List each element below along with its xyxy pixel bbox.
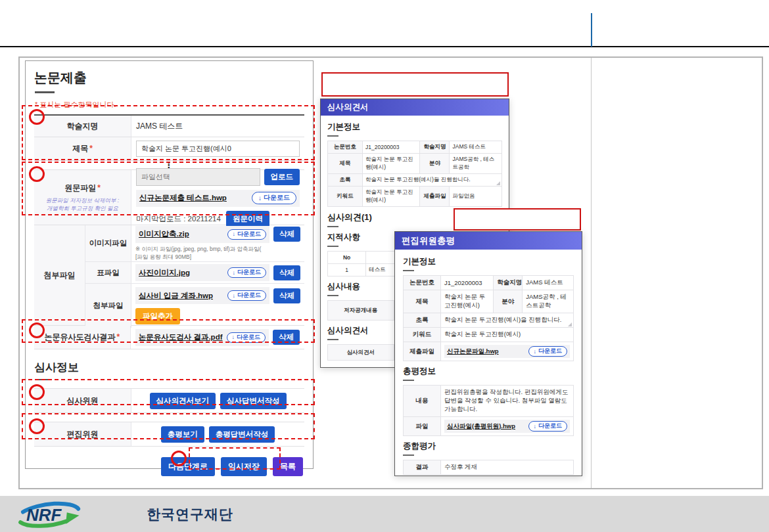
- delete-button[interactable]: 삭제: [273, 227, 300, 242]
- download-arrow-icon: ↓: [534, 348, 537, 355]
- download-button[interactable]: ↓다운로드: [227, 332, 266, 343]
- download-arrow-icon: ↓: [232, 334, 235, 340]
- image-file-strip: 이미지압축.zip ↓다운로드: [135, 226, 269, 243]
- image-file-link[interactable]: 이미지압축.zip: [139, 229, 189, 239]
- download-button[interactable]: ↓다운로드: [227, 267, 267, 278]
- basic-info-table: 논문번호 J1_20200003 학술지명 JAMS 테스트 제목 학술지 논문…: [327, 141, 502, 207]
- journal-name-value: JAMS 테스트: [131, 116, 304, 137]
- annotation-circle-4: [29, 384, 45, 400]
- resize-handle-icon[interactable]: [568, 322, 572, 326]
- overall-eval-title: 종합평가: [403, 441, 574, 452]
- paper-no-label: 논문번호: [328, 141, 363, 154]
- download-button[interactable]: ↓다운로드: [528, 346, 568, 357]
- field-label: 분야: [420, 154, 450, 174]
- table-file-row: 표파일 사진이미지.jpg ↓다운로드 삭제: [85, 262, 304, 284]
- editor-label: 편집위원: [34, 422, 131, 446]
- add-file-button[interactable]: 파일추가: [135, 308, 180, 324]
- list-button[interactable]: 목록: [273, 457, 303, 476]
- image-note-line2: [파일 용량 최대 90MB]: [135, 254, 191, 260]
- original-file-link[interactable]: 신규논문제출 테스트.hwp: [139, 193, 227, 203]
- resize-handle-icon[interactable]: [496, 181, 500, 185]
- review-report-label: 심사의견서: [328, 345, 394, 361]
- summary-content-label: 내용: [404, 386, 441, 417]
- download-label: 다운로드: [538, 422, 562, 430]
- upload-button[interactable]: 업로드: [264, 169, 300, 185]
- download-label: 다운로드: [237, 230, 261, 238]
- reviewer-row: 심사위원 심사의견서보기 심사답변서작성: [34, 388, 304, 413]
- paper-no-label: 논문번호: [404, 276, 441, 290]
- next-step-button[interactable]: 다음단계로: [161, 457, 215, 476]
- download-label: 다운로드: [237, 268, 261, 277]
- original-file-value-cell: 업로드 신규논문제출 테스트.hwp ↓다운로드 마지막업로드 : 202112…: [131, 170, 304, 225]
- journal-label: 학술지명: [420, 141, 450, 154]
- overall-eval-underline: [403, 454, 414, 456]
- similarity-label-cell: 논문유사도검사결과*: [34, 326, 131, 349]
- basic-info-underline: [403, 270, 414, 271]
- temp-save-button[interactable]: 임시저장: [221, 457, 267, 476]
- image-file-value: 이미지압축.zip ↓다운로드 삭제 ※ 이미지 파일(jpg, jpeg, p…: [131, 225, 304, 261]
- title-label: 제목: [328, 154, 363, 174]
- review-content-underline: [327, 295, 338, 296]
- paper-title-input[interactable]: [136, 141, 300, 157]
- footer: NRF 한국연구재단: [0, 496, 769, 532]
- image-file-label: 이미지파일: [85, 225, 131, 261]
- summary-file-link[interactable]: 심사파일(총평위원).hwp: [447, 422, 515, 431]
- view-review-opinion-button[interactable]: 심사의견서보기: [150, 393, 216, 409]
- summary-file-cell: 심사파일(총평위원).hwp ↓다운로드: [440, 417, 573, 436]
- download-button[interactable]: ↓다운로드: [252, 192, 296, 204]
- overall-eval-table: 결과 수정후 게재: [403, 460, 574, 475]
- similarity-label-text: 논문유사도검사결과: [45, 332, 116, 342]
- attach-file-label: 첨부파일: [85, 284, 131, 328]
- author-open-label: 저자공개내용: [328, 301, 394, 321]
- submit-file-label: 제출파일: [420, 187, 450, 207]
- org-name: 한국연구재단: [147, 505, 233, 523]
- attach-file-link[interactable]: 심사비 입금 계좌.hwp: [139, 291, 213, 301]
- defects-col-no: No: [328, 252, 366, 264]
- journal-label: 학술지명: [494, 276, 523, 290]
- paper-no-value: J1_20200003: [363, 141, 420, 154]
- journal-value: JAMS 테스트: [450, 141, 502, 154]
- summary-file-label: 파일: [404, 417, 441, 436]
- image-file-note: ※ 이미지 파일(jpg, jpeg, png, bmp, tif)과 압축파일…: [135, 246, 300, 261]
- similarity-label: 논문유사도검사결과*: [45, 332, 120, 343]
- keyword-label: 키워드: [404, 328, 441, 342]
- abstract-text: 학술지 논문 투고진행(예시)을 진행합니다.: [365, 176, 471, 183]
- submission-table: 학술지명 JAMS 테스트 제목* ⋮ 원문파일* 원문파일 저자정보 삭제여부…: [34, 114, 304, 349]
- abstract-label: 초록: [328, 174, 363, 187]
- download-arrow-icon: ↓: [534, 423, 537, 430]
- title-underline: [35, 91, 55, 93]
- vertical-divider: [591, 58, 592, 488]
- view-summary-button[interactable]: 총평보기: [161, 426, 204, 443]
- delete-button[interactable]: 삭제: [273, 265, 300, 280]
- similarity-file-link[interactable]: 논문유사도검사 결과.pdf: [139, 332, 223, 342]
- nrf-logo: NRF: [13, 499, 141, 529]
- paper-title-label: 제목*: [72, 143, 93, 154]
- download-label: 다운로드: [237, 291, 261, 299]
- table-file-link[interactable]: 사진이미지.jpg: [139, 268, 190, 278]
- write-summary-reply-button[interactable]: 총평답변서작성: [209, 426, 275, 443]
- submit-file-link[interactable]: 신규논문파일.hwp: [447, 347, 499, 356]
- review-opinion-underline: [327, 226, 338, 227]
- defect-row-no: 1: [328, 264, 366, 277]
- download-button[interactable]: ↓다운로드: [227, 290, 267, 301]
- download-button[interactable]: ↓다운로드: [528, 421, 568, 432]
- basic-info-title: 기본정보: [327, 122, 502, 133]
- similarity-file-strip: 논문유사도검사 결과.pdf ↓다운로드: [135, 329, 269, 346]
- submit-file-label: 제출파일: [404, 342, 441, 361]
- reviewer-buttons: 심사의견서보기 심사답변서작성: [131, 389, 304, 412]
- download-arrow-icon: ↓: [258, 194, 262, 202]
- title-value: 학술지 논문 투고진행(예시): [440, 290, 493, 313]
- delete-button[interactable]: 삭제: [273, 330, 300, 345]
- attachments-rows: 이미지파일 이미지압축.zip ↓다운로드 삭제 ※ 이미지 파일(jpg, j: [85, 225, 304, 325]
- download-arrow-icon: ↓: [233, 231, 236, 237]
- similarity-value-cell: 논문유사도검사 결과.pdf ↓다운로드 삭제: [131, 326, 304, 349]
- attach-file-row: 첨부파일 심사비 입금 계좌.hwp ↓다운로드 삭제 파일추가: [85, 284, 304, 328]
- file-history-button[interactable]: 원문이력: [226, 211, 269, 227]
- write-review-reply-button[interactable]: 심사답변서작성: [220, 393, 287, 409]
- delete-button[interactable]: 삭제: [273, 288, 300, 303]
- annotation-circle-6: [171, 451, 187, 466]
- summary-info-title: 총평정보: [403, 366, 574, 377]
- journal-name-label: 학술지명: [34, 116, 131, 137]
- file-select-input[interactable]: [136, 168, 260, 186]
- download-button[interactable]: ↓다운로드: [227, 229, 267, 240]
